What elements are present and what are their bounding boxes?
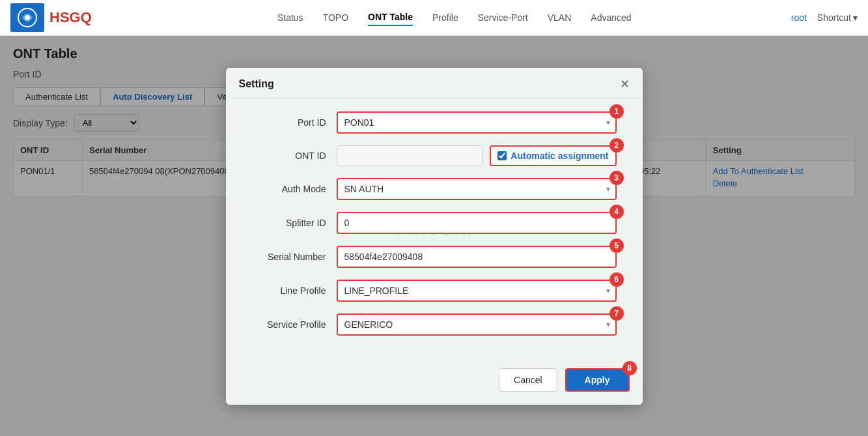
- serial-number-label: Serial Number: [252, 252, 337, 262]
- nav-advanced[interactable]: Advanced: [591, 10, 631, 25]
- splitter-id-field: 4: [337, 212, 617, 234]
- apply-button[interactable]: Apply: [565, 368, 630, 392]
- badge-4: 4: [609, 205, 624, 219]
- service-profile-select-wrapper: GENERICO ▾: [337, 313, 617, 336]
- badge-5: 5: [609, 239, 624, 253]
- logo-area: HSGQ: [10, 3, 92, 32]
- nav-profile[interactable]: Profile: [432, 10, 458, 25]
- ont-id-field: Automatic assignment 2: [337, 145, 617, 166]
- line-profile-field: LINE_PROFILE ▾ 6: [337, 280, 617, 302]
- service-profile-row: Service Profile GENERICO ▾ 7: [252, 313, 617, 336]
- ont-id-row: ONT ID Automatic assignment 2: [252, 145, 617, 166]
- badge-6: 6: [609, 272, 624, 287]
- svg-point-1: [25, 15, 30, 20]
- modal-dialog: Setting ✕ ForoS... Port ID PON01 ▾: [226, 68, 643, 405]
- service-profile-select[interactable]: GENERICO: [337, 313, 617, 336]
- automatic-assignment-checkbox[interactable]: [497, 151, 507, 160]
- brand-name: HSGQ: [49, 9, 92, 26]
- port-id-label: Port ID: [252, 117, 337, 128]
- modal-body: ForoS... Port ID PON01 ▾ 1: [226, 98, 643, 360]
- modal-header: Setting ✕: [226, 68, 643, 98]
- nav-user: root: [791, 12, 807, 23]
- nav-service-port[interactable]: Service-Port: [478, 10, 528, 25]
- nav-vlan[interactable]: VLAN: [548, 10, 572, 25]
- apply-wrapper: Apply 8: [565, 368, 630, 392]
- modal-close-button[interactable]: ✕: [620, 78, 630, 90]
- auth-mode-field: SN AUTH ▾ 3: [337, 178, 617, 200]
- serial-number-input[interactable]: [337, 246, 617, 268]
- nav-topo[interactable]: TOPO: [323, 10, 348, 25]
- service-profile-label: Service Profile: [252, 319, 337, 330]
- nav-status[interactable]: Status: [277, 10, 303, 25]
- line-profile-select-wrapper: LINE_PROFILE ▾: [337, 280, 617, 302]
- port-id-select[interactable]: PON01: [337, 111, 617, 134]
- ont-id-label: ONT ID: [252, 151, 337, 161]
- nav-shortcut[interactable]: Shortcut ▾: [817, 12, 858, 23]
- badge-8: 8: [623, 361, 637, 375]
- badge-2: 2: [609, 138, 624, 153]
- auth-mode-label: Auth Mode: [252, 184, 337, 194]
- main-content: ONT Table Port ID Authenticate List Auto…: [0, 36, 868, 436]
- modal-footer: Cancel Apply 8: [226, 360, 643, 405]
- chevron-down-icon: ▾: [853, 12, 858, 23]
- badge-1: 1: [609, 104, 624, 119]
- ont-id-input[interactable]: [337, 145, 484, 166]
- splitter-id-input[interactable]: [337, 212, 617, 234]
- splitter-id-label: Splitter ID: [252, 218, 337, 228]
- line-profile-label: Line Profile: [252, 285, 337, 296]
- modal-title: Setting: [239, 78, 274, 90]
- port-id-field: PON01 ▾ 1: [337, 111, 617, 134]
- auth-mode-row: Auth Mode SN AUTH ▾ 3: [252, 178, 617, 200]
- modal-overlay: Setting ✕ ForoS... Port ID PON01 ▾: [0, 36, 868, 436]
- splitter-id-row: Splitter ID 4: [252, 212, 617, 234]
- nav-ont-table[interactable]: ONT Table: [368, 9, 413, 26]
- line-profile-select[interactable]: LINE_PROFILE: [337, 280, 617, 302]
- service-profile-field: GENERICO ▾ 7: [337, 313, 617, 336]
- automatic-assignment-label[interactable]: Automatic assignment: [490, 145, 616, 166]
- auth-mode-select-wrapper: SN AUTH ▾: [337, 178, 617, 200]
- automatic-assignment-text: Automatic assignment: [511, 151, 608, 161]
- badge-7: 7: [609, 306, 624, 321]
- serial-number-row: Serial Number 5: [252, 246, 617, 268]
- port-id-select-wrapper: PON01 ▾: [337, 111, 617, 134]
- badge-3: 3: [609, 171, 624, 185]
- nav-right: root Shortcut ▾: [791, 12, 858, 23]
- port-id-row: Port ID PON01 ▾ 1: [252, 111, 617, 134]
- cancel-button[interactable]: Cancel: [499, 368, 557, 392]
- auth-mode-select[interactable]: SN AUTH: [337, 178, 617, 200]
- serial-number-field: 5: [337, 246, 617, 268]
- line-profile-row: Line Profile LINE_PROFILE ▾ 6: [252, 280, 617, 302]
- top-navigation: HSGQ Status TOPO ONT Table Profile Servi…: [0, 0, 868, 36]
- logo-icon: [10, 3, 44, 32]
- nav-links: Status TOPO ONT Table Profile Service-Po…: [118, 9, 791, 26]
